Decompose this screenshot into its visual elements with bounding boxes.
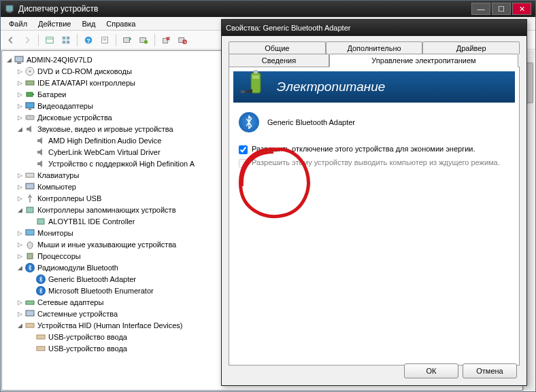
minimize-button[interactable]: — — [471, 3, 490, 15]
svg-rect-20 — [15, 56, 23, 62]
tree-item[interactable]: CyberLink WebCam Virtual Driver — [48, 148, 161, 156]
toolbar-forward[interactable] — [20, 33, 35, 48]
tree-item[interactable]: Мониторы — [37, 229, 73, 237]
cpu-icon — [24, 251, 35, 262]
tree-item[interactable]: DVD и CD-ROM дисководы — [37, 67, 132, 75]
menu-action[interactable]: Действие — [33, 18, 76, 29]
svg-point-35 — [27, 242, 33, 249]
tree-item[interactable]: Дисковые устройства — [37, 113, 112, 122]
expand-icon[interactable]: ▷ — [16, 67, 24, 75]
storage-icon — [35, 216, 46, 227]
expand-icon[interactable]: ▷ — [16, 171, 24, 179]
sound-icon — [35, 158, 46, 169]
svg-rect-4 — [63, 36, 65, 39]
svg-rect-7 — [67, 40, 69, 43]
collapse-icon[interactable]: ◢ — [16, 206, 24, 214]
tree-item[interactable]: Контроллеры USB — [37, 194, 101, 202]
svg-point-15 — [144, 40, 148, 43]
tree-item[interactable]: Системные устройства — [37, 310, 118, 318]
expand-icon[interactable]: ▷ — [16, 310, 24, 318]
toolbar-view-icon[interactable] — [42, 33, 57, 48]
menu-view[interactable]: Вид — [76, 18, 101, 29]
tree-item[interactable]: Контроллеры запоминающих устройств — [37, 206, 175, 214]
toolbar-help-icon[interactable]: ? — [81, 33, 96, 48]
battery-icon — [24, 89, 35, 100]
expand-icon[interactable]: ▷ — [16, 194, 24, 202]
allow-turnoff-label: Разрешить отключение этого устройства дл… — [252, 145, 475, 153]
dialog-title: Свойства: Generic Bluetooth Adapter — [226, 24, 350, 32]
collapse-icon[interactable]: ◢ — [16, 321, 24, 329]
tree-item[interactable]: Радиомодули Bluetooth — [37, 264, 118, 272]
tab-power[interactable]: Управление электропитанием — [329, 54, 518, 67]
tree-item[interactable]: Процессоры — [37, 252, 81, 260]
app-icon — [5, 4, 14, 14]
maximize-button[interactable]: ☐ — [492, 3, 511, 15]
expand-icon[interactable]: ▷ — [16, 183, 24, 191]
tree-item[interactable]: Устройства HID (Human Interface Devices) — [37, 321, 182, 329]
ok-button[interactable]: ОК — [404, 363, 458, 378]
tab-driver[interactable]: Драйвер — [422, 41, 520, 54]
expand-icon[interactable]: ▷ — [16, 240, 24, 249]
tree-item[interactable]: Батареи — [37, 90, 67, 99]
bluetooth-icon — [24, 262, 35, 273]
tree-item[interactable]: Microsoft Bluetooth Enumerator — [48, 287, 154, 295]
allow-turnoff-checkbox[interactable] — [239, 145, 248, 154]
svg-rect-2 — [46, 37, 54, 43]
cancel-button[interactable]: Отмена — [463, 363, 517, 378]
svg-rect-44 — [252, 75, 259, 79]
expand-icon[interactable]: ▷ — [16, 113, 24, 122]
tree-item[interactable]: Компьютер — [37, 183, 76, 191]
storage-icon — [24, 204, 35, 215]
toolbar-details-icon[interactable] — [58, 33, 73, 48]
toolbar-uninstall-icon[interactable] — [158, 33, 173, 48]
allow-wake-label: Разрешить этому устройству выводить комп… — [252, 158, 500, 166]
svg-rect-39 — [26, 323, 34, 327]
tree-item[interactable]: IDE ATA/ATAPI контроллеры — [37, 79, 135, 87]
toolbar-properties-icon[interactable] — [97, 33, 112, 48]
toolbar-update-icon[interactable] — [136, 33, 151, 48]
tree-item[interactable]: USB-устройство ввода — [48, 344, 127, 353]
tab-advanced[interactable]: Дополнительно — [326, 41, 423, 54]
toolbar-scan-icon[interactable] — [120, 33, 135, 48]
tree-item[interactable]: USB-устройство ввода — [48, 333, 127, 341]
toolbar-back[interactable] — [3, 33, 18, 48]
menu-file[interactable]: Файл — [3, 18, 33, 29]
expand-icon[interactable]: ▷ — [16, 298, 24, 306]
properties-dialog: Свойства: Generic Bluetooth Adapter Общи… — [221, 19, 527, 386]
expand-icon[interactable]: ▷ — [16, 252, 24, 260]
tab-details[interactable]: Сведения — [229, 54, 329, 67]
collapse-icon[interactable]: ◢ — [5, 56, 13, 64]
tree-item[interactable]: Generic Bluetooth Adapter — [48, 275, 136, 283]
svg-rect-29 — [26, 115, 34, 120]
dvd-icon — [24, 66, 35, 77]
svg-rect-27 — [26, 103, 34, 108]
sound-icon — [24, 124, 35, 135]
expand-icon[interactable]: ▷ — [16, 90, 24, 99]
display-icon — [24, 101, 35, 111]
collapse-icon[interactable]: ◢ — [16, 125, 24, 133]
expand-icon[interactable]: ▷ — [16, 102, 24, 110]
menu-help[interactable]: Справка — [101, 18, 141, 29]
toolbar-disable-icon[interactable] — [175, 33, 190, 48]
svg-rect-31 — [26, 183, 34, 189]
tree-item[interactable]: Клавиатуры — [37, 171, 79, 179]
tree-item[interactable]: Звуковые, видео и игровые устройства — [37, 125, 173, 133]
root-node[interactable]: ADMIN-24QI6V7LD — [27, 56, 93, 64]
tree-item[interactable]: ALOYTB1L IDE Controller — [48, 217, 135, 226]
svg-point-23 — [29, 70, 31, 72]
tree-item[interactable]: Сетевые адаптеры — [37, 298, 103, 306]
keyboard-icon — [24, 170, 35, 181]
svg-rect-34 — [26, 230, 34, 235]
tree-item[interactable]: Мыши и иные указывающие устройства — [37, 240, 176, 249]
tree-item[interactable]: AMD High Definition Audio Device — [48, 137, 161, 145]
tab-general[interactable]: Общие — [229, 41, 326, 54]
tree-item[interactable]: Видеоадаптеры — [37, 102, 93, 110]
close-button[interactable]: ✕ — [512, 3, 531, 15]
svg-rect-28 — [29, 109, 31, 110]
expand-icon[interactable]: ▷ — [16, 229, 24, 237]
tree-item[interactable]: Устройство с поддержкой High Definition … — [48, 160, 195, 168]
collapse-icon[interactable]: ◢ — [16, 264, 24, 272]
expand-icon[interactable]: ▷ — [16, 79, 24, 87]
disk-icon — [24, 112, 35, 123]
window-title: Диспетчер устройств — [18, 4, 470, 14]
